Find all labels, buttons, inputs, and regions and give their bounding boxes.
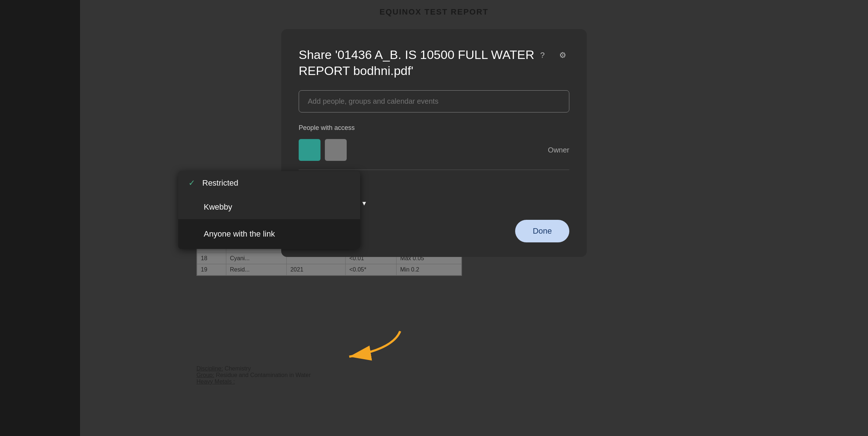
dialog-title: Share '01436 A_B. IS 10500 FULL WATER RE… xyxy=(299,47,536,79)
left-panel xyxy=(0,0,80,436)
chevron-down-icon: ▾ xyxy=(362,199,366,207)
dropdown-item-restricted[interactable]: ✓ Restricted xyxy=(178,171,360,195)
people-search-input[interactable] xyxy=(299,90,569,112)
people-with-access-section: People with access Owner xyxy=(299,124,569,161)
dropdown-item-anyone-with-link[interactable]: Anyone with the link xyxy=(178,219,360,249)
dropdown-label-restricted: Restricted xyxy=(202,178,238,188)
avatars-group xyxy=(299,139,347,161)
settings-button[interactable]: ⚙ xyxy=(556,49,569,62)
avatar-teal xyxy=(299,139,320,161)
help-icon: ? xyxy=(540,51,545,60)
access-dropdown-menu: ✓ Restricted Kwebby Anyone with the link xyxy=(178,171,360,249)
done-button[interactable]: Done xyxy=(515,220,569,242)
search-input-wrap xyxy=(299,90,569,112)
dropdown-label-anyone: Anyone with the link xyxy=(204,229,275,239)
dropdown-label-kwebby: Kwebby xyxy=(204,202,232,212)
check-icon: ✓ xyxy=(188,178,195,188)
people-row: Owner xyxy=(299,139,569,161)
dropdown-item-kwebby[interactable]: Kwebby xyxy=(178,195,360,219)
help-button[interactable]: ? xyxy=(536,49,549,62)
avatar-gray xyxy=(325,139,347,161)
owner-label: Owner xyxy=(548,146,569,154)
divider xyxy=(299,170,569,170)
people-section-label: People with access xyxy=(299,124,569,132)
dialog-header: Share '01436 A_B. IS 10500 FULL WATER RE… xyxy=(299,47,569,79)
dialog-action-icons: ? ⚙ xyxy=(536,49,569,62)
gear-icon: ⚙ xyxy=(559,51,566,60)
